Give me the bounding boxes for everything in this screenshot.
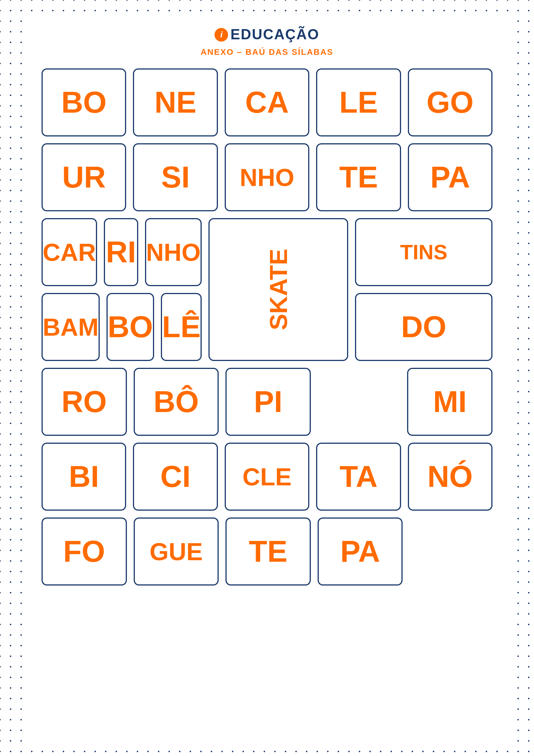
syllable-text-rotated: SKATE	[266, 249, 291, 330]
syllable-text: NE	[154, 87, 196, 118]
syllable-text: BAM	[43, 315, 99, 339]
syllable-te-2: TE	[225, 517, 311, 586]
logo-text: EDUCAÇÃO	[230, 26, 319, 43]
syllable-text: DO	[401, 312, 446, 342]
syllable-cle: CLE	[225, 443, 309, 511]
syllable-car: CAR	[42, 218, 97, 286]
syllable-ci: CI	[133, 443, 218, 511]
syllable-text: NÓ	[428, 462, 473, 492]
syllable-text: CLE	[242, 465, 292, 489]
syllable-si: SI	[133, 143, 218, 211]
syllable-text: LÊ	[162, 312, 201, 342]
syllable-no: NÓ	[408, 443, 492, 511]
syllable-tins: TINS	[355, 218, 492, 286]
syllable-ro: RO	[42, 368, 127, 436]
syllable-fo: FO	[42, 517, 127, 586]
syllable-text: CAR	[43, 240, 96, 265]
syllable-text: RO	[62, 387, 107, 417]
syllable-text: CI	[161, 462, 191, 492]
syllable-ur: UR	[42, 143, 126, 211]
syllable-ca: CA	[225, 68, 309, 136]
syllable-text: NHO	[146, 240, 201, 265]
syllable-le-2: LÊ	[161, 293, 202, 361]
syllable-text: TE	[339, 162, 378, 192]
syllable-bi: BI	[42, 443, 126, 511]
syllable-text: RI	[106, 237, 136, 267]
syllable-text: FO	[63, 536, 105, 567]
logo-container: EDUCAÇÃO	[215, 26, 319, 43]
spacer-2	[409, 517, 492, 586]
syllable-nho-2: NHO	[145, 218, 202, 286]
header: EDUCAÇÃO ANEXO – BAÚ DAS SÍLABAS	[42, 26, 492, 57]
syllable-pa-2: PA	[318, 517, 403, 586]
syllable-pi: PI	[225, 368, 311, 436]
syllable-le-1: LE	[316, 68, 401, 136]
syllable-text: BO	[61, 87, 106, 118]
row-3-left: CAR RI NHO	[42, 218, 202, 286]
syllable-text: BO	[108, 312, 153, 342]
syllable-bo-1: BO	[42, 68, 126, 136]
syllable-pa-1: PA	[408, 143, 492, 211]
main-content: EDUCAÇÃO ANEXO – BAÚ DAS SÍLABAS BO NE C…	[23, 11, 511, 745]
syllable-text: TINS	[400, 242, 447, 263]
syllables-grid: BO NE CA LE GO UR SI NHO	[42, 68, 492, 586]
syllable-bam: BAM	[42, 293, 100, 361]
syllable-bo-2: BO	[106, 293, 154, 361]
syllable-go: GO	[408, 68, 492, 136]
syllable-text: BI	[69, 462, 99, 492]
syllable-text: BÔ	[153, 387, 199, 417]
subtitle: ANEXO – BAÚ DAS SÍLABAS	[201, 47, 333, 57]
syllable-bo-3: BÔ	[134, 368, 219, 436]
right-stack: TINS DO	[355, 218, 492, 361]
row-1: BO NE CA LE GO	[42, 68, 492, 136]
syllable-mi: MI	[407, 368, 492, 436]
syllable-text: TA	[340, 462, 378, 492]
syllable-text: UR	[62, 162, 106, 192]
syllable-text: TE	[249, 536, 287, 567]
row-4-left: BAM BO LÊ	[42, 293, 202, 361]
row-7: FO GUE TE PA	[42, 517, 492, 586]
syllable-ri: RI	[104, 218, 138, 286]
syllable-skate: SKATE	[208, 218, 348, 361]
syllable-do: DO	[355, 293, 492, 361]
row-2: UR SI NHO TE PA	[42, 143, 492, 211]
logo-icon	[215, 28, 228, 42]
row-5: RO BÔ PI MI	[42, 368, 492, 436]
syllable-text: SI	[161, 162, 190, 192]
syllable-te-1: TE	[316, 143, 401, 211]
syllable-nho-1: NHO	[225, 143, 309, 211]
syllable-text: GUE	[150, 539, 203, 564]
spacer-1	[318, 368, 401, 436]
syllable-text: PA	[430, 162, 470, 192]
syllable-text: PI	[254, 387, 282, 417]
syllable-ne: NE	[133, 68, 218, 136]
row-6: BI CI CLE TA NÓ	[42, 443, 492, 511]
syllable-text: CA	[245, 87, 289, 118]
syllable-text: NHO	[240, 165, 294, 190]
syllable-text: PA	[340, 536, 380, 567]
syllable-text: MI	[433, 387, 467, 417]
left-stack: CAR RI NHO BAM BO	[42, 218, 202, 361]
syllable-gue: GUE	[134, 517, 219, 586]
row-3-4: CAR RI NHO BAM BO	[42, 218, 492, 361]
syllable-text: LE	[339, 87, 378, 118]
syllable-ta: TA	[316, 443, 401, 511]
syllable-text: GO	[427, 87, 474, 118]
